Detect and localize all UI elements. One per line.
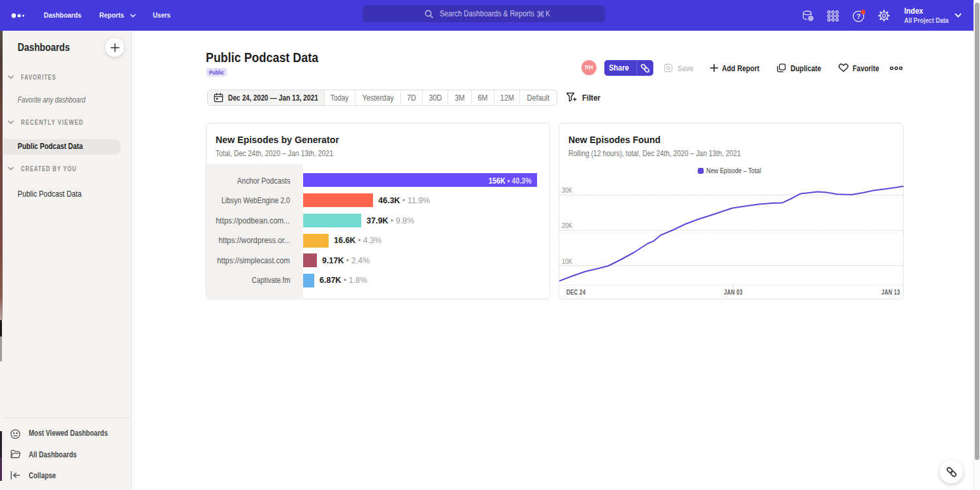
svg-text:?: ?	[857, 12, 861, 20]
